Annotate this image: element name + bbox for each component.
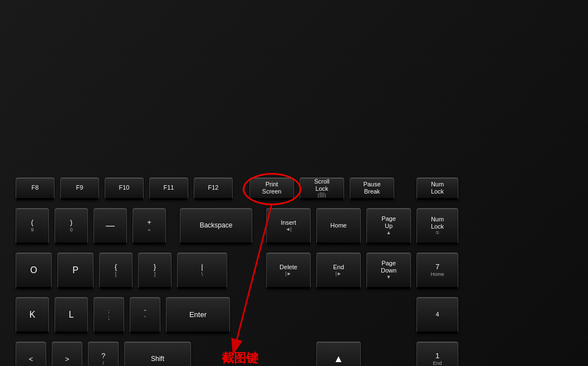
key-numpad-1[interactable]: 1 End: [416, 342, 458, 366]
key-insert[interactable]: Insert ◄|: [266, 208, 311, 244]
key-backslash-pipe[interactable]: | \: [177, 253, 227, 289]
numlock-text: Num: [431, 181, 444, 188]
key-scroll-lock[interactable]: Scroll Lock [⬛]: [300, 177, 344, 200]
key-right-bracket[interactable]: } ]: [138, 253, 171, 289]
keyboard-container: 截图键 F8 F9 F10 F11 F12 Print Screen Scrol…: [0, 0, 588, 366]
key-end[interactable]: End |►: [316, 253, 361, 289]
key-f11[interactable]: F11: [149, 177, 188, 200]
key-colon-semicolon[interactable]: : ;: [94, 297, 124, 333]
key-k[interactable]: K: [16, 297, 49, 333]
key-less-than[interactable]: <: [16, 342, 46, 366]
key-numpad-4[interactable]: 4: [416, 297, 458, 333]
key-minus[interactable]: —: [94, 208, 127, 244]
keyboard: 截图键 F8 F9 F10 F11 F12 Print Screen Scrol…: [16, 172, 572, 194]
key-delete[interactable]: Delete |►: [266, 253, 311, 289]
prtsc-line2: Screen: [262, 188, 282, 195]
key-home[interactable]: Home: [316, 208, 361, 244]
key-f10[interactable]: F10: [105, 177, 144, 200]
pause-line2: Break: [364, 188, 380, 195]
key-f8[interactable]: F8: [16, 177, 55, 200]
key-page-up[interactable]: Page Up ▲: [366, 208, 411, 244]
key-9-oparen[interactable]: ( 9: [16, 208, 49, 244]
key-o[interactable]: O: [16, 253, 52, 289]
key-quote[interactable]: " ': [130, 297, 160, 333]
key-p[interactable]: P: [57, 253, 94, 289]
key-greater-than[interactable]: >: [52, 342, 82, 366]
key-l[interactable]: L: [55, 297, 88, 333]
key-plus-equals[interactable]: + =: [133, 208, 166, 244]
prtsc-line1: Print: [266, 181, 278, 188]
scrolllock-line2: Lock: [315, 185, 328, 192]
key-up-arrow[interactable]: ▲: [316, 342, 361, 366]
key-num-lock[interactable]: Num Lock: [416, 177, 458, 200]
pause-line1: Pause: [363, 181, 380, 188]
key-print-screen[interactable]: Print Screen: [249, 177, 294, 200]
key-f12[interactable]: F12: [194, 177, 233, 200]
key-numpad-numlock[interactable]: Num Lock ①: [416, 208, 458, 244]
key-shift[interactable]: Shift: [124, 342, 191, 366]
key-enter[interactable]: Enter: [166, 297, 230, 333]
key-left-bracket[interactable]: { [: [99, 253, 133, 289]
scrolllock-line1: Scroll: [314, 178, 330, 185]
numlock-text2: Lock: [431, 188, 444, 195]
key-0-cparen[interactable]: ) 0: [55, 208, 88, 244]
jietu-label: 截图键: [222, 350, 258, 366]
key-pause-break[interactable]: Pause Break: [350, 177, 394, 200]
key-question-slash[interactable]: ? /: [88, 342, 119, 366]
key-f9[interactable]: F9: [60, 177, 99, 200]
key-numpad-7[interactable]: 7 Home: [416, 253, 458, 289]
key-page-down[interactable]: Page Down ▼: [366, 253, 411, 289]
key-backspace[interactable]: Backspace: [180, 208, 252, 244]
